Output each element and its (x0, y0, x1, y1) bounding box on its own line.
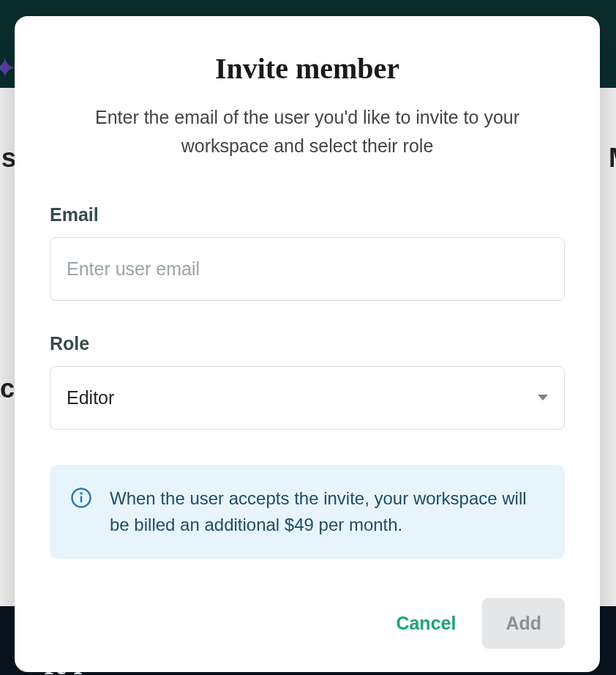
background-text: ac (0, 373, 15, 404)
modal-footer: Cancel Add (50, 598, 565, 649)
email-field-group: Email (50, 204, 565, 333)
background-text: ds (0, 143, 16, 174)
cancel-button[interactable]: Cancel (390, 601, 462, 646)
role-field-group: Role Editor (50, 333, 565, 430)
email-input[interactable] (50, 237, 565, 301)
billing-info-text: When the user accepts the invite, your w… (110, 485, 544, 538)
svg-point-2 (80, 493, 81, 493)
info-icon (70, 487, 92, 509)
add-button[interactable]: Add (482, 598, 565, 649)
caret-down-icon (538, 395, 548, 400)
modal-subtitle: Enter the email of the user you'd like t… (61, 103, 553, 160)
background-text: M (609, 143, 616, 174)
role-select[interactable]: Editor (50, 366, 565, 430)
invite-member-modal: Invite member Enter the email of the use… (15, 16, 600, 672)
modal-title: Invite member (50, 51, 565, 86)
billing-info-box: When the user accepts the invite, your w… (50, 465, 565, 559)
email-label: Email (50, 204, 565, 225)
role-selected-value: Editor (67, 387, 114, 409)
role-label: Role (50, 333, 565, 354)
role-select-wrapper: Editor (50, 366, 565, 430)
